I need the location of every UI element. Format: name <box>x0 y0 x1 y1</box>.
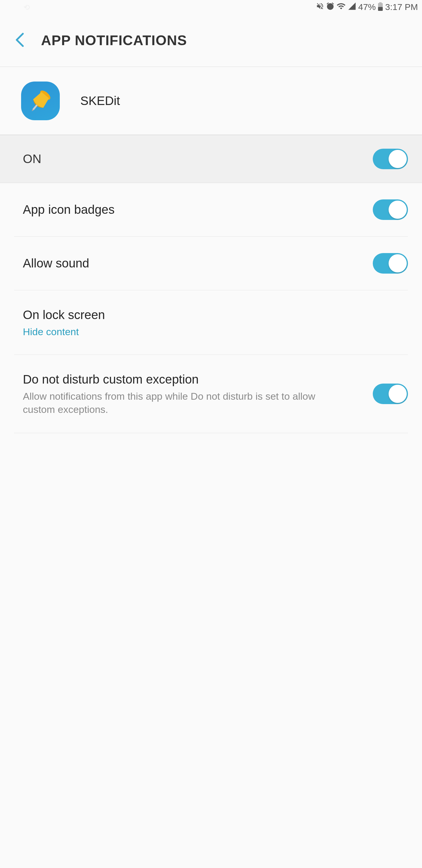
setting-lock-screen[interactable]: On lock screen Hide content <box>14 290 408 355</box>
master-toggle-label: ON <box>23 152 41 166</box>
alarm-icon <box>326 2 335 12</box>
setting-title: On lock screen <box>23 307 399 323</box>
wifi-icon <box>336 1 346 13</box>
settings-list: App icon badges Allow sound On lock scre… <box>0 183 422 433</box>
toggle-thumb <box>389 150 407 168</box>
signal-icon <box>348 2 356 12</box>
status-bar: ⟲ 47% 3:17 PM <box>0 0 422 14</box>
toggle-allow-sound[interactable] <box>373 253 408 274</box>
battery-percent: 47% <box>358 2 376 12</box>
battery-icon <box>378 1 383 13</box>
toggle-dnd-exception[interactable] <box>373 383 408 404</box>
toggle-app-icon-badges[interactable] <box>373 199 408 220</box>
toggle-thumb <box>389 254 407 272</box>
setting-dnd-exception[interactable]: Do not disturb custom exception Allow no… <box>14 355 408 433</box>
svg-rect-0 <box>378 7 383 10</box>
setting-sub: Hide content <box>23 325 399 338</box>
setting-title: Do not disturb custom exception <box>23 371 364 388</box>
setting-allow-sound[interactable]: Allow sound <box>14 237 408 290</box>
back-button[interactable] <box>14 32 25 49</box>
master-toggle-switch[interactable] <box>373 149 408 169</box>
mute-vibrate-icon <box>316 2 324 12</box>
title-bar: APP NOTIFICATIONS <box>0 14 422 67</box>
status-icons: 47% 3:17 PM <box>316 1 418 13</box>
master-toggle-row[interactable]: ON <box>0 135 422 183</box>
toggle-thumb <box>389 200 407 219</box>
rotation-lock-icon: ⟲ <box>24 3 30 12</box>
app-icon <box>21 82 60 120</box>
setting-app-icon-badges[interactable]: App icon badges <box>14 183 408 237</box>
page-title: APP NOTIFICATIONS <box>41 32 187 49</box>
pushpin-icon <box>26 87 55 115</box>
clock-time: 3:17 PM <box>385 2 418 12</box>
chevron-left-icon <box>14 32 25 48</box>
setting-desc: Allow notifications from this app while … <box>23 390 345 417</box>
app-header: SKEDit <box>0 67 422 135</box>
setting-title: App icon badges <box>23 202 364 218</box>
setting-title: Allow sound <box>23 255 364 272</box>
app-name: SKEDit <box>80 94 120 108</box>
toggle-thumb <box>389 385 407 403</box>
svg-rect-2 <box>33 104 38 110</box>
